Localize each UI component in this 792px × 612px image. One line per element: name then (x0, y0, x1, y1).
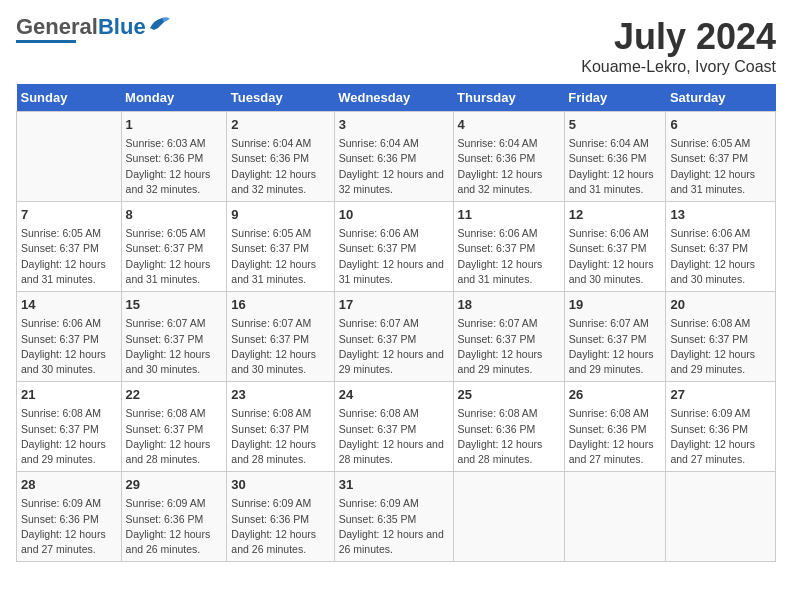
calendar-cell: 11Sunrise: 6:06 AMSunset: 6:37 PMDayligh… (453, 202, 564, 292)
day-detail: Sunrise: 6:08 AMSunset: 6:36 PMDaylight:… (569, 406, 662, 467)
day-number: 18 (458, 296, 560, 314)
calendar-cell: 20Sunrise: 6:08 AMSunset: 6:37 PMDayligh… (666, 292, 776, 382)
day-number: 2 (231, 116, 329, 134)
calendar-week-row: 1Sunrise: 6:03 AMSunset: 6:36 PMDaylight… (17, 112, 776, 202)
calendar-cell (17, 112, 122, 202)
logo-blue: Blue (98, 14, 146, 39)
calendar-cell: 10Sunrise: 6:06 AMSunset: 6:37 PMDayligh… (334, 202, 453, 292)
calendar-cell: 27Sunrise: 6:09 AMSunset: 6:36 PMDayligh… (666, 382, 776, 472)
calendar-cell: 13Sunrise: 6:06 AMSunset: 6:37 PMDayligh… (666, 202, 776, 292)
calendar-cell: 4Sunrise: 6:04 AMSunset: 6:36 PMDaylight… (453, 112, 564, 202)
day-detail: Sunrise: 6:05 AMSunset: 6:37 PMDaylight:… (231, 226, 329, 287)
calendar-cell: 28Sunrise: 6:09 AMSunset: 6:36 PMDayligh… (17, 472, 122, 562)
calendar-cell: 23Sunrise: 6:08 AMSunset: 6:37 PMDayligh… (227, 382, 334, 472)
calendar-week-row: 7Sunrise: 6:05 AMSunset: 6:37 PMDaylight… (17, 202, 776, 292)
day-number: 9 (231, 206, 329, 224)
header-friday: Friday (564, 84, 666, 112)
calendar-header-row: Sunday Monday Tuesday Wednesday Thursday… (17, 84, 776, 112)
day-detail: Sunrise: 6:04 AMSunset: 6:36 PMDaylight:… (339, 136, 449, 197)
day-detail: Sunrise: 6:09 AMSunset: 6:36 PMDaylight:… (126, 496, 223, 557)
day-detail: Sunrise: 6:05 AMSunset: 6:37 PMDaylight:… (670, 136, 771, 197)
day-number: 21 (21, 386, 117, 404)
calendar-cell: 2Sunrise: 6:04 AMSunset: 6:36 PMDaylight… (227, 112, 334, 202)
calendar-cell: 18Sunrise: 6:07 AMSunset: 6:37 PMDayligh… (453, 292, 564, 382)
day-number: 3 (339, 116, 449, 134)
day-number: 11 (458, 206, 560, 224)
day-number: 15 (126, 296, 223, 314)
day-number: 7 (21, 206, 117, 224)
day-detail: Sunrise: 6:08 AMSunset: 6:37 PMDaylight:… (126, 406, 223, 467)
day-detail: Sunrise: 6:03 AMSunset: 6:36 PMDaylight:… (126, 136, 223, 197)
day-detail: Sunrise: 6:08 AMSunset: 6:37 PMDaylight:… (339, 406, 449, 467)
calendar-cell: 14Sunrise: 6:06 AMSunset: 6:37 PMDayligh… (17, 292, 122, 382)
day-detail: Sunrise: 6:09 AMSunset: 6:36 PMDaylight:… (670, 406, 771, 467)
day-detail: Sunrise: 6:07 AMSunset: 6:37 PMDaylight:… (126, 316, 223, 377)
calendar-cell (453, 472, 564, 562)
day-detail: Sunrise: 6:04 AMSunset: 6:36 PMDaylight:… (231, 136, 329, 197)
calendar-week-row: 14Sunrise: 6:06 AMSunset: 6:37 PMDayligh… (17, 292, 776, 382)
day-number: 1 (126, 116, 223, 134)
calendar-cell: 24Sunrise: 6:08 AMSunset: 6:37 PMDayligh… (334, 382, 453, 472)
day-detail: Sunrise: 6:07 AMSunset: 6:37 PMDaylight:… (569, 316, 662, 377)
day-detail: Sunrise: 6:09 AMSunset: 6:36 PMDaylight:… (21, 496, 117, 557)
day-detail: Sunrise: 6:08 AMSunset: 6:37 PMDaylight:… (670, 316, 771, 377)
day-number: 4 (458, 116, 560, 134)
calendar-cell: 15Sunrise: 6:07 AMSunset: 6:37 PMDayligh… (121, 292, 227, 382)
day-number: 30 (231, 476, 329, 494)
header-wednesday: Wednesday (334, 84, 453, 112)
calendar-cell: 26Sunrise: 6:08 AMSunset: 6:36 PMDayligh… (564, 382, 666, 472)
day-number: 8 (126, 206, 223, 224)
logo-bird-icon (148, 16, 170, 34)
day-number: 12 (569, 206, 662, 224)
logo-divider (16, 40, 76, 43)
day-detail: Sunrise: 6:04 AMSunset: 6:36 PMDaylight:… (569, 136, 662, 197)
logo: GeneralBlue (16, 16, 170, 43)
header-saturday: Saturday (666, 84, 776, 112)
calendar-week-row: 21Sunrise: 6:08 AMSunset: 6:37 PMDayligh… (17, 382, 776, 472)
day-number: 24 (339, 386, 449, 404)
day-detail: Sunrise: 6:06 AMSunset: 6:37 PMDaylight:… (569, 226, 662, 287)
day-detail: Sunrise: 6:05 AMSunset: 6:37 PMDaylight:… (21, 226, 117, 287)
calendar-cell: 12Sunrise: 6:06 AMSunset: 6:37 PMDayligh… (564, 202, 666, 292)
day-number: 20 (670, 296, 771, 314)
calendar-cell: 7Sunrise: 6:05 AMSunset: 6:37 PMDaylight… (17, 202, 122, 292)
calendar-cell: 6Sunrise: 6:05 AMSunset: 6:37 PMDaylight… (666, 112, 776, 202)
day-number: 29 (126, 476, 223, 494)
calendar-subtitle: Kouame-Lekro, Ivory Coast (581, 58, 776, 76)
day-number: 27 (670, 386, 771, 404)
calendar-cell: 5Sunrise: 6:04 AMSunset: 6:36 PMDaylight… (564, 112, 666, 202)
day-number: 17 (339, 296, 449, 314)
title-block: July 2024 Kouame-Lekro, Ivory Coast (581, 16, 776, 76)
calendar-cell: 8Sunrise: 6:05 AMSunset: 6:37 PMDaylight… (121, 202, 227, 292)
day-detail: Sunrise: 6:09 AMSunset: 6:36 PMDaylight:… (231, 496, 329, 557)
calendar-cell: 31Sunrise: 6:09 AMSunset: 6:35 PMDayligh… (334, 472, 453, 562)
calendar-cell: 17Sunrise: 6:07 AMSunset: 6:37 PMDayligh… (334, 292, 453, 382)
day-number: 31 (339, 476, 449, 494)
day-detail: Sunrise: 6:08 AMSunset: 6:37 PMDaylight:… (21, 406, 117, 467)
day-number: 13 (670, 206, 771, 224)
calendar-cell: 25Sunrise: 6:08 AMSunset: 6:36 PMDayligh… (453, 382, 564, 472)
day-number: 5 (569, 116, 662, 134)
day-number: 28 (21, 476, 117, 494)
calendar-cell (666, 472, 776, 562)
logo-text: GeneralBlue (16, 16, 146, 38)
day-number: 26 (569, 386, 662, 404)
calendar-cell: 1Sunrise: 6:03 AMSunset: 6:36 PMDaylight… (121, 112, 227, 202)
page-header: GeneralBlue July 2024 Kouame-Lekro, Ivor… (16, 16, 776, 76)
day-detail: Sunrise: 6:09 AMSunset: 6:35 PMDaylight:… (339, 496, 449, 557)
day-detail: Sunrise: 6:04 AMSunset: 6:36 PMDaylight:… (458, 136, 560, 197)
header-sunday: Sunday (17, 84, 122, 112)
day-number: 10 (339, 206, 449, 224)
calendar-cell: 9Sunrise: 6:05 AMSunset: 6:37 PMDaylight… (227, 202, 334, 292)
calendar-cell: 19Sunrise: 6:07 AMSunset: 6:37 PMDayligh… (564, 292, 666, 382)
calendar-cell: 30Sunrise: 6:09 AMSunset: 6:36 PMDayligh… (227, 472, 334, 562)
day-detail: Sunrise: 6:06 AMSunset: 6:37 PMDaylight:… (670, 226, 771, 287)
day-number: 22 (126, 386, 223, 404)
day-number: 23 (231, 386, 329, 404)
header-monday: Monday (121, 84, 227, 112)
day-number: 19 (569, 296, 662, 314)
day-detail: Sunrise: 6:08 AMSunset: 6:37 PMDaylight:… (231, 406, 329, 467)
day-detail: Sunrise: 6:07 AMSunset: 6:37 PMDaylight:… (339, 316, 449, 377)
day-number: 14 (21, 296, 117, 314)
calendar-title: July 2024 (581, 16, 776, 58)
